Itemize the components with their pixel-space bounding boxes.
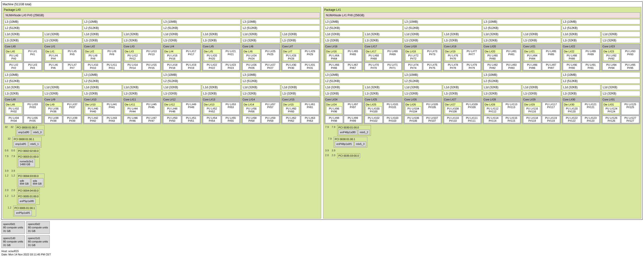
die-label: Die L#30: [564, 103, 580, 106]
pu: PU L#110P#110: [444, 116, 462, 123]
pu: PU L#73P#73: [423, 49, 441, 62]
l1i-cache: L1i (32KB): [324, 91, 363, 96]
l1i-cache: L1i (32KB): [602, 91, 640, 96]
l1d-cache: L1d (32KB): [404, 31, 442, 37]
core: Core L#21Die L#21PU L#84P#84PU L#85P#85P…: [522, 44, 561, 71]
die: Die L#1PU L#4P#4: [44, 49, 62, 62]
core-label: Core L#5: [203, 45, 240, 48]
l1d-cache: L1d (32KB): [4, 31, 42, 37]
die-label: Die L#8: [6, 103, 22, 106]
l1-row: L1d (32KB)L1i (32KB)Core L#16Die L#16PU …: [324, 31, 402, 71]
pu: PU L#12P#12: [125, 53, 141, 61]
l2-cache: L2 (512KB): [324, 25, 402, 31]
l3-row: L3 (10MB)L2 (512KB)L1d (32KB)L1i (32KB)C…: [324, 72, 640, 124]
pu: PU L#3P#3: [24, 63, 42, 70]
l3-cache: L3 (10MB): [83, 19, 161, 24]
core-column: L1d (32KB)L1i (32KB)Core L#4Die L#4PU L#…: [162, 31, 201, 71]
pu: PU L#54P#54: [203, 116, 221, 123]
pu: PU L#10P#10: [84, 63, 102, 70]
core-label: Core L#30: [563, 98, 600, 101]
l1d-cache: L1d (32KB): [522, 85, 561, 90]
package: Package L#0NUMANode L#0 P#0 (256GB)L3 (1…: [3, 7, 321, 219]
pu: PU L#112P#112: [484, 106, 501, 114]
core-column: L1d (32KB)L1i (32KB)Core L#5Die L#5PU L#…: [202, 31, 241, 71]
pci-slot: PCI 0003:01:00.0nvme0c0n11490 GB: [17, 154, 40, 168]
os-device: enP5p1s0f0: [18, 199, 36, 204]
core: Core L#10Die L#10PU L#40P#40PU L#41P#41P…: [83, 97, 122, 124]
pu: PU L#36P#36: [46, 106, 62, 114]
core-label: Core L#23: [602, 45, 639, 48]
l3-block: L3 (10MB)L2 (512KB)L1d (32KB)L1i (32KB)C…: [162, 72, 240, 124]
l3-cache: L3 (10MB): [483, 19, 561, 24]
pu: PU L#111P#111: [463, 116, 481, 123]
core: Core L#13Die L#13PU L#52P#52PU L#53P#53P…: [202, 97, 241, 124]
l3-block: L3 (10MB)L2 (512KB)L1d (32KB)L1i (32KB)C…: [83, 72, 161, 124]
l3-cache: L3 (10MB): [242, 19, 320, 24]
core-label: Core L#6: [242, 45, 279, 48]
pu: PU L#104P#104: [406, 106, 422, 114]
pu: PU L#119P#119: [542, 116, 560, 123]
l1i-cache: L1i (32KB): [123, 91, 162, 96]
die: Die L#21PU L#84P#84: [523, 49, 541, 62]
l1i-cache: L1i (32KB): [83, 38, 122, 43]
io-bandwidth: 7.9: [10, 154, 16, 158]
io-bandwidth: 2.0: [4, 188, 9, 192]
pu: PU L#98P#98: [325, 116, 343, 123]
l1-row: L1d (32KB)L1i (32KB)Core L#24Die L#24PU …: [324, 85, 402, 124]
opencl-device: opencl1d180 compute units31 GB: [26, 235, 50, 248]
l1i-cache: L1i (32KB): [443, 91, 482, 96]
core: Core L#27Die L#27PU L#108P#108PU L#109P#…: [443, 97, 482, 124]
machine-label: Machine (511GB total): [3, 3, 641, 6]
l1-row: L1d (32KB)L1i (32KB)Core L#14Die L#14PU …: [242, 85, 320, 124]
core-column: L1d (32KB)L1i (32KB)Core L#17Die L#17PU …: [364, 31, 402, 71]
l1i-cache: L1i (32KB): [443, 38, 482, 43]
pu: PU L#78P#78: [444, 63, 462, 70]
pu: PU L#76P#76: [445, 53, 461, 61]
die-label: Die L#26: [406, 103, 422, 106]
core-label: Core L#14: [242, 98, 279, 101]
io-row: 3.93.9: [4, 169, 320, 173]
die: Die L#19PU L#76P#76: [444, 49, 462, 62]
core: Core L#25Die L#25PU L#100P#100PU L#101P#…: [364, 97, 402, 124]
core-label: Core L#11: [124, 98, 160, 101]
core: Core L#5Die L#5PU L#20P#20PU L#21P#21PU …: [202, 44, 241, 71]
pu: PU L#47P#47: [142, 116, 160, 123]
pu: PU L#30P#30: [282, 63, 300, 70]
die: Die L#16PU L#64P#64: [325, 49, 343, 62]
die: Die L#23PU L#92P#92: [602, 49, 620, 62]
pu: PU L#96P#96: [326, 106, 342, 114]
io-row: 32PCI 0000:01:00.1enp1s0f1mlx5_1: [4, 137, 320, 148]
pu: PU L#55P#55: [222, 116, 240, 123]
io-bandwidth: 1.2: [4, 194, 9, 198]
io-row: 2.02.0PCI 0035:03:00.0: [324, 153, 640, 158]
die: Die L#29PU L#116P#116: [523, 102, 541, 115]
l1-row: L1d (32KB)L1i (32KB)Core L#10Die L#10PU …: [83, 85, 161, 124]
pu: PU L#95P#95: [621, 63, 639, 70]
l2-cache: L2 (512KB): [242, 25, 320, 31]
core-column: L1d (32KB)L1i (32KB)Core L#28Die L#28PU …: [483, 85, 522, 124]
os-device: enp1s0f0: [17, 130, 31, 135]
core-column: L1d (32KB)L1i (32KB)Core L#15Die L#15PU …: [281, 85, 320, 124]
die-label: Die L#21: [524, 50, 540, 53]
io-bandwidth: 0.6: [4, 149, 9, 152]
core-column: L1d (32KB)L1i (32KB)Core L#12Die L#12PU …: [162, 85, 201, 124]
l1i-cache: L1i (32KB): [483, 38, 522, 43]
core-column: L1d (32KB)L1i (32KB)Core L#13Die L#13PU …: [202, 85, 241, 124]
os-device: nvme0c0n11490 GB: [18, 159, 35, 167]
core-column: L1d (32KB)L1i (32KB)Core L#16Die L#16PU …: [324, 31, 363, 71]
core: Core L#0Die L#0PU L#0P#0PU L#1P#1PU L#2P…: [4, 44, 42, 71]
l1i-cache: L1i (32KB): [324, 38, 363, 43]
core-column: L1d (32KB)L1i (32KB)Core L#24Die L#24PU …: [324, 85, 363, 124]
l1i-cache: L1i (32KB): [602, 38, 640, 43]
pu: PU L#52P#52: [204, 106, 220, 114]
l1i-cache: L1i (32KB): [364, 38, 402, 43]
package: Package L#1NUMANode L#1 P#8 (256GB)L3 (1…: [323, 7, 642, 219]
io-row: 7.97.9PCI 0003:01:00.0nvme0c0n11490 GB: [4, 154, 320, 168]
l3-block: L3 (10MB)L2 (512KB)L1d (32KB)L1i (32KB)C…: [404, 19, 482, 71]
pu: PU L#56P#56: [244, 106, 260, 114]
l3-cache: L3 (10MB): [4, 72, 82, 77]
pu: PU L#77P#77: [463, 49, 481, 62]
die-label: Die L#31: [603, 103, 619, 106]
die: Die L#30PU L#120P#120: [563, 102, 581, 115]
core: Core L#6Die L#6PU L#24P#24PU L#25P#25PU …: [242, 44, 280, 71]
